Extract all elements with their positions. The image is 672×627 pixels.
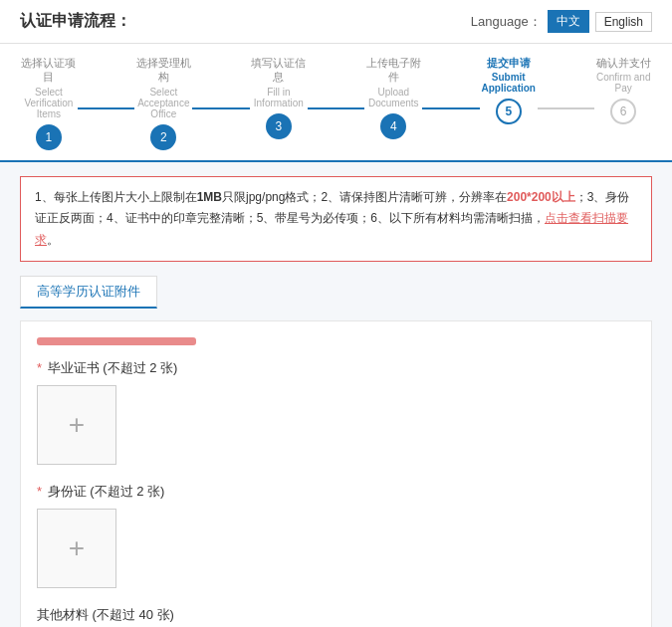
step-3[interactable]: 填写认证信息 Fill in Information 3 (250, 56, 308, 139)
plus-icon-idcard: + (69, 532, 85, 564)
step-4-cn: 上传电子附件 (364, 56, 422, 85)
step-2-en: Select Acceptance Office (134, 87, 192, 119)
scan-requirements-link[interactable]: 点击查看扫描要求 (35, 211, 628, 247)
connector-4-5 (422, 107, 480, 109)
tab-higher-education[interactable]: 高等学历认证附件 (20, 276, 157, 309)
step-1-cn: 选择认证项目 (20, 56, 78, 85)
upload-group-diploma: * 毕业证书 (不超过 2 张) + (37, 359, 635, 465)
main-content: 1、每张上传图片大小上限制在1MB只限jpg/png格式；2、请保持图片清晰可辨… (0, 162, 672, 627)
step-1-circle: 1 (36, 124, 62, 150)
page-title: 认证申请流程： (20, 11, 131, 32)
step-2-circle: 2 (150, 124, 176, 150)
stepper: 选择认证项目 Select Verification Items 1 选择受理机… (0, 44, 672, 162)
idcard-label: * 身份证 (不超过 2 张) (37, 483, 635, 501)
step-2[interactable]: 选择受理机构 Select Acceptance Office 2 (134, 56, 192, 150)
upload-group-other: 其他材料 (不超过 40 张) + (37, 606, 635, 627)
diploma-upload-box[interactable]: + (37, 385, 116, 465)
step-5-en: Submit Application (480, 72, 538, 94)
step-6-en: Confirm and Pay (594, 72, 652, 94)
idcard-label-text: 身份证 (不超过 2 张) (48, 484, 165, 499)
idcard-upload-box[interactable]: + (37, 509, 116, 588)
language-label: Language： (471, 13, 542, 31)
step-6-circle: 6 (610, 99, 636, 124)
lang-en-button[interactable]: English (595, 12, 652, 32)
upload-group-idcard: * 身份证 (不超过 2 张) + (37, 483, 635, 588)
step-4-circle: 4 (380, 113, 406, 139)
diploma-label: * 毕业证书 (不超过 2 张) (37, 359, 635, 377)
connector-5-6 (538, 107, 595, 109)
upload-section: * 毕业证书 (不超过 2 张) + * 身份证 (不超过 2 张) + (20, 320, 652, 627)
step-6[interactable]: 确认并支付 Confirm and Pay 6 (594, 56, 652, 124)
step-1[interactable]: 选择认证项目 Select Verification Items 1 (20, 56, 78, 150)
step-1-en: Select Verification Items (20, 87, 78, 119)
redacted-info (37, 337, 196, 345)
step-5[interactable]: 提交申请 Submit Application 5 (480, 56, 538, 124)
step-3-en: Fill in Information (250, 87, 308, 108)
connector-1-2 (78, 107, 135, 109)
notice-box: 1、每张上传图片大小上限制在1MB只限jpg/png格式；2、请保持图片清晰可辨… (20, 176, 652, 263)
step-6-cn: 确认并支付 (596, 56, 651, 70)
plus-icon-diploma: + (69, 409, 85, 441)
diploma-label-text: 毕业证书 (不超过 2 张) (48, 360, 178, 375)
page-wrapper: 认证申请流程： Language： 中文 English 选择认证项目 Sele… (0, 0, 672, 627)
tab-bar: 高等学历认证附件 (20, 276, 652, 309)
step-3-cn: 填写认证信息 (250, 56, 308, 85)
diploma-required-star: * (37, 360, 42, 375)
connector-2-3 (192, 107, 250, 109)
notice-text: 1、每张上传图片大小上限制在1MB只限jpg/png格式；2、请保持图片清晰可辨… (35, 190, 629, 247)
step-5-cn: 提交申请 (487, 56, 531, 70)
step-4[interactable]: 上传电子附件 Upload Documents 4 (364, 56, 422, 139)
header: 认证申请流程： Language： 中文 English (0, 0, 672, 44)
stepper-items: 选择认证项目 Select Verification Items 1 选择受理机… (20, 56, 652, 160)
connector-3-4 (308, 107, 365, 109)
step-5-circle: 5 (496, 99, 522, 124)
language-switcher: Language： 中文 English (471, 10, 652, 33)
step-3-circle: 3 (266, 113, 292, 139)
other-label: 其他材料 (不超过 40 张) (37, 606, 635, 624)
lang-cn-button[interactable]: 中文 (548, 10, 589, 33)
other-label-text: 其他材料 (不超过 40 张) (37, 607, 174, 622)
step-2-cn: 选择受理机构 (134, 56, 192, 85)
step-4-en: Upload Documents (364, 87, 422, 108)
idcard-required-star: * (37, 484, 42, 499)
